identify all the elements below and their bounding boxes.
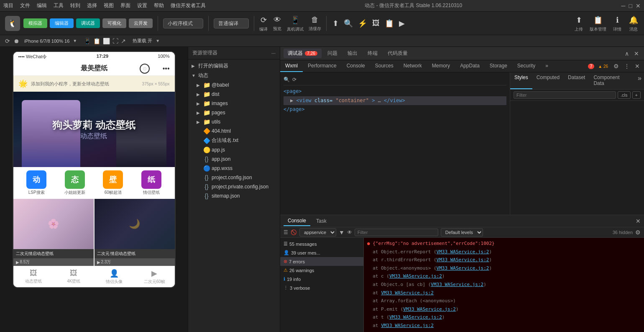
styles-more-btn[interactable]: »	[635, 72, 644, 89]
panel-settings-btn[interactable]: ⚙	[612, 62, 621, 70]
stop-icon[interactable]: ⏺	[13, 38, 19, 44]
toolbar-icon-2[interactable]: 🔍	[343, 18, 354, 29]
console-close-btn[interactable]: ✕	[636, 218, 641, 224]
menu-edit[interactable]: 编辑	[37, 2, 47, 9]
panel-tab-sources[interactable]: Sources	[370, 60, 399, 72]
menu-help[interactable]: 帮助	[154, 2, 164, 9]
panel-tab-console[interactable]: Console	[342, 60, 370, 72]
phone-landscape-icon[interactable]: 📋	[93, 38, 100, 44]
phone-portrait-icon[interactable]: 📱	[84, 38, 91, 44]
messages-icon[interactable]: 🔔	[628, 15, 639, 26]
bottom-nav-4k[interactable]: 🖼 4K壁纸	[54, 269, 94, 285]
file-404[interactable]: ▶ 🔶 404.html	[188, 126, 280, 136]
toolbar-icon-5[interactable]: 📋	[384, 18, 395, 29]
minimize-button[interactable]: ─	[621, 3, 626, 9]
toolbar-icon-4[interactable]: 🖼	[371, 18, 381, 28]
sidebar-warnings[interactable]: ⚠ 26 warnings	[280, 266, 363, 275]
panel-tab-wxml[interactable]: Wxml	[280, 60, 303, 72]
panel-tab-storage[interactable]: Storage	[485, 60, 512, 72]
file-domain[interactable]: ▶ 🔷 合法域名.txt	[188, 136, 280, 145]
version-mgr-icon[interactable]: 📋	[593, 15, 603, 26]
device-arrow-icon[interactable]: ▼	[73, 39, 77, 43]
clear-cache-icon[interactable]: 🗑	[310, 15, 319, 25]
real-debug-icon[interactable]: 📱	[290, 15, 301, 26]
dom-inspect-btn[interactable]: 🔍	[284, 77, 290, 82]
phone-cat-sisters[interactable]: 态 小姐姐更新	[56, 170, 93, 196]
console-tab-console[interactable]: Console	[284, 216, 310, 226]
menu-wechat-tools[interactable]: 微信开发者工具	[171, 2, 206, 9]
devtools-tab-issues[interactable]: 问题	[323, 49, 342, 58]
folder-images[interactable]: ▶ 📁 images	[188, 99, 280, 108]
cloud-button[interactable]: 云开发	[129, 18, 153, 28]
bottom-nav-anime[interactable]: ▶ 二次元60帧	[134, 269, 175, 285]
cls-button[interactable]: .cls	[618, 91, 631, 99]
devtools-collapse-btn[interactable]: ∧	[623, 49, 631, 58]
upload-icon[interactable]: ⬆	[575, 15, 583, 26]
styles-tab-dataset[interactable]: Dataset	[564, 72, 589, 89]
simulator-button[interactable]: 模拟器	[23, 18, 47, 28]
console-eye-btn[interactable]: 👁	[347, 229, 352, 235]
dual-screen-icon[interactable]: ⬜	[103, 38, 110, 44]
console-clear-btn[interactable]: 🚫	[291, 229, 297, 235]
menu-select[interactable]: 选择	[87, 2, 97, 9]
refresh-icon[interactable]: ⟳	[5, 38, 10, 44]
share-icon[interactable]: ↗	[121, 38, 126, 44]
devtools-tab-output[interactable]: 输出	[343, 49, 362, 58]
compile-select[interactable]: 普通编译	[214, 18, 249, 28]
sidebar-info[interactable]: ℹ 19 info	[280, 275, 363, 283]
details-icon[interactable]: ℹ	[615, 15, 620, 26]
folder-dist[interactable]: ▶ 📁 dist	[188, 90, 280, 99]
styles-tab-component-data[interactable]: Component Data	[589, 72, 635, 89]
devtools-close-btn[interactable]: ✕	[632, 49, 641, 58]
sidebar-errors[interactable]: ⊗ 7 errors	[280, 257, 363, 266]
toolbar-icon-1[interactable]: ⬆	[332, 18, 340, 29]
compile-icon[interactable]: ⟳	[260, 15, 268, 26]
phone-grid-item-2[interactable]: 🌙 二次元 情启动态壁纸 ▶ 2.3万	[95, 199, 175, 266]
menu-settings[interactable]: 设置	[137, 2, 147, 9]
panel-tab-security[interactable]: Security	[512, 60, 540, 72]
phone-cat-60fps[interactable]: 壁 60帧超清	[95, 170, 132, 196]
panel-close-btn[interactable]: ✕	[633, 62, 641, 70]
dom-refresh-btn[interactable]: ⟳	[292, 77, 296, 82]
dom-line-view[interactable]: ▶ <view class= "container" > … </view>	[284, 96, 506, 106]
close-button[interactable]: ✕	[636, 3, 641, 9]
toolbar-icon-6[interactable]: ▶	[398, 18, 406, 29]
folder-babel[interactable]: ▶ 📁 @babel	[188, 80, 280, 90]
preview-icon[interactable]: 👁	[273, 15, 282, 25]
console-filter-input[interactable]	[355, 229, 438, 236]
styles-tab-computed[interactable]: Computed	[532, 72, 564, 89]
menu-view[interactable]: 视图	[104, 2, 114, 9]
console-filter-down-icon[interactable]: ▼	[339, 229, 345, 236]
file-explorer-more[interactable]: ···	[271, 50, 276, 56]
fullscreen-icon[interactable]: ⛶	[112, 38, 118, 44]
styles-filter-input[interactable]	[514, 91, 616, 99]
panel-tab-appdata[interactable]: AppData	[455, 60, 485, 72]
visualizer-button[interactable]: 可视化	[102, 18, 126, 28]
devtools-tab-quality[interactable]: 代码质量	[383, 49, 412, 58]
console-settings-icon[interactable]: ⚙	[635, 229, 641, 236]
debugger-button[interactable]: 调试器	[76, 18, 100, 28]
mode-select[interactable]: 小程序模式	[163, 18, 203, 28]
plus-button[interactable]: +	[632, 91, 641, 99]
console-service-select[interactable]: appservice	[299, 228, 336, 237]
bottom-nav-wallpaper[interactable]: 🖼 动态壁纸	[13, 269, 54, 285]
toolbar-icon-3[interactable]: ⚡	[357, 18, 368, 29]
menu-project[interactable]: 项目	[3, 2, 13, 9]
console-tab-task[interactable]: Task	[312, 216, 331, 226]
phone-nav-circle[interactable]: ⊙	[140, 64, 150, 74]
file-appjs[interactable]: ▶ 🟡 app.js	[188, 145, 280, 154]
file-sitemap[interactable]: ▶ {} sitemap.json	[188, 191, 280, 201]
hotspot-arrow-icon[interactable]: ▼	[156, 39, 160, 43]
devtools-main-tab[interactable]: 调试器 7,26	[284, 49, 322, 58]
devtools-tab-terminal[interactable]: 终端	[363, 49, 382, 58]
phone-cat-lsp[interactable]: 动 LSP搜索	[18, 170, 55, 196]
editor-button[interactable]: 编辑器	[50, 18, 74, 28]
console-menu-btn[interactable]: ☰	[284, 229, 288, 235]
sidebar-messages[interactable]: ☰ 55 messages	[280, 239, 363, 248]
console-level-select[interactable]: Default levels	[441, 228, 483, 237]
sidebar-user-messages[interactable]: 👤 39 user mes...	[280, 248, 363, 257]
styles-tab-styles[interactable]: Styles	[510, 72, 532, 89]
menu-interface[interactable]: 界面	[120, 2, 130, 9]
menu-goto[interactable]: 转到	[70, 2, 80, 9]
phone-cat-couples[interactable]: 纸 情侣壁纸	[133, 170, 170, 196]
